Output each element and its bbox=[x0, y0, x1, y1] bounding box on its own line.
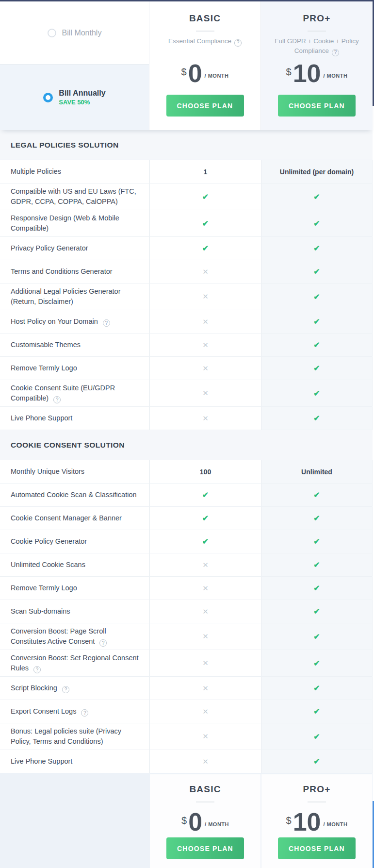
footer-spacer bbox=[0, 773, 149, 868]
feature-label: Remove Termly Logo bbox=[0, 577, 149, 600]
help-icon[interactable]: ? bbox=[53, 396, 61, 403]
help-icon[interactable]: ? bbox=[234, 39, 242, 47]
pro-cell: ✔ bbox=[261, 553, 373, 576]
check-icon: ✔ bbox=[313, 292, 320, 301]
radio-selected-icon[interactable] bbox=[43, 93, 53, 102]
cross-icon: ✕ bbox=[202, 292, 209, 301]
help-icon[interactable]: ? bbox=[332, 49, 339, 56]
check-icon: ✔ bbox=[313, 757, 320, 766]
table-row: Terms and Conditions Generator✕✔ bbox=[0, 260, 373, 284]
cross-icon: ✕ bbox=[202, 607, 209, 616]
price-period: / MONTH bbox=[324, 73, 348, 79]
feature-label: Cookie Policy Generator bbox=[0, 530, 149, 553]
feature-label-text: Remove Termly Logo bbox=[11, 363, 77, 373]
feature-label: Unlimited Cookie Scans bbox=[0, 553, 149, 576]
cross-icon: ✕ bbox=[202, 584, 209, 593]
price-amount: 0 bbox=[188, 808, 202, 835]
table-row: Scan Sub-domains✕✔ bbox=[0, 600, 373, 623]
check-icon: ✔ bbox=[313, 192, 320, 201]
divider bbox=[196, 31, 214, 32]
bill-monthly-option[interactable]: Bill Monthly bbox=[0, 1, 149, 65]
radio-unselected-icon[interactable] bbox=[48, 29, 56, 37]
table-row: Monthly Unique Visitors100Unlimited bbox=[0, 460, 373, 484]
table-row: Bonus: Legal policies suite (Privacy Pol… bbox=[0, 723, 373, 750]
choose-plan-button-pro-footer[interactable]: CHOOSE PLAN bbox=[278, 837, 356, 859]
pricing-footer: BASIC $ 0 / MONTH CHOOSE PLAN PRO+ $ 10 … bbox=[0, 773, 373, 868]
help-icon[interactable]: ? bbox=[81, 709, 88, 717]
feature-label: Compatible with US and EU Laws (FTC, GDP… bbox=[0, 184, 149, 210]
check-icon: ✔ bbox=[202, 192, 209, 201]
bill-annually-option[interactable]: Bill Annually SAVE 50% bbox=[0, 65, 149, 130]
choose-plan-button-basic[interactable]: CHOOSE PLAN bbox=[166, 95, 244, 117]
plan-head-pro: PRO+ Full GDPR + Cookie + Policy Complia… bbox=[261, 1, 373, 130]
help-icon[interactable]: ? bbox=[99, 639, 107, 647]
pro-cell: ✔ bbox=[261, 237, 373, 260]
feature-label: Terms and Conditions Generator bbox=[0, 260, 149, 283]
top-navy-bar bbox=[0, 0, 374, 1]
feature-label: Responsive Design (Web & Mobile Compatib… bbox=[0, 210, 149, 236]
feature-label-text: Cookie Consent Suite (EU/GDPR Compatible… bbox=[11, 383, 140, 403]
section-header: LEGAL POLICIES SOLUTION bbox=[0, 130, 373, 160]
feature-value: 100 bbox=[196, 468, 215, 476]
basic-cell: ✕ bbox=[149, 750, 261, 773]
table-row: Export Consent Logs ?✕✔ bbox=[0, 700, 373, 723]
feature-table: LEGAL POLICIES SOLUTIONMultiple Policies… bbox=[0, 130, 374, 773]
basic-cell: 100 bbox=[149, 460, 261, 483]
cross-icon: ✕ bbox=[202, 707, 209, 716]
help-icon[interactable]: ? bbox=[62, 686, 69, 693]
table-row: Multiple Policies1Unlimited (per domain) bbox=[0, 160, 373, 184]
basic-cell: ✔ bbox=[149, 210, 261, 236]
pro-cell: ✔ bbox=[261, 677, 373, 700]
check-icon: ✔ bbox=[313, 560, 320, 569]
pro-cell: ✔ bbox=[261, 310, 373, 333]
basic-cell: ✔ bbox=[149, 484, 261, 506]
choose-plan-button-pro[interactable]: CHOOSE PLAN bbox=[278, 95, 356, 117]
plan-name: BASIC bbox=[189, 13, 221, 24]
plan-name: BASIC bbox=[189, 784, 221, 795]
currency-symbol: $ bbox=[286, 815, 292, 826]
table-row: Remove Termly Logo✕✔ bbox=[0, 357, 373, 380]
basic-cell: ✕ bbox=[149, 700, 261, 723]
plan-subtitle: Essential Compliance? bbox=[157, 36, 254, 57]
basic-cell: ✔ bbox=[149, 184, 261, 210]
feature-label: Customisable Themes bbox=[0, 334, 149, 356]
bill-annually-label: Bill Annually bbox=[59, 89, 105, 98]
feature-label-text: Automated Cookie Scan & Classification bbox=[11, 490, 137, 500]
check-icon: ✔ bbox=[313, 340, 320, 350]
feature-label: Conversion Boost: Set Regional Consent R… bbox=[0, 650, 149, 676]
table-row: Conversion Boost: Set Regional Consent R… bbox=[0, 650, 373, 677]
pro-cell: ✔ bbox=[261, 334, 373, 356]
check-icon: ✔ bbox=[313, 659, 320, 668]
feature-label: Export Consent Logs ? bbox=[0, 700, 149, 723]
table-row: Conversion Boost: Page Scroll Constitute… bbox=[0, 623, 373, 650]
currency-symbol: $ bbox=[181, 67, 187, 78]
pro-cell: ✔ bbox=[261, 184, 373, 210]
feature-label-text: Script Blocking ? bbox=[11, 683, 69, 693]
table-row: Additional Legal Policies Generator (Ret… bbox=[0, 284, 373, 310]
feature-label-text: Customisable Themes bbox=[11, 340, 81, 350]
pro-cell: ✔ bbox=[261, 484, 373, 506]
feature-label-text: Compatible with US and EU Laws (FTC, GDP… bbox=[11, 186, 140, 207]
check-icon: ✔ bbox=[313, 632, 320, 641]
basic-cell: ✔ bbox=[149, 530, 261, 553]
choose-plan-button-basic-footer[interactable]: CHOOSE PLAN bbox=[166, 837, 244, 859]
feature-label: Conversion Boost: Page Scroll Constitute… bbox=[0, 623, 149, 650]
check-icon: ✔ bbox=[313, 219, 320, 228]
price-period: / MONTH bbox=[205, 73, 229, 79]
feature-label-text: Remove Termly Logo bbox=[11, 583, 77, 593]
basic-cell: 1 bbox=[149, 160, 261, 183]
bill-annually-text: Bill Annually SAVE 50% bbox=[59, 89, 105, 106]
check-icon: ✔ bbox=[313, 732, 320, 741]
price: $ 0 / MONTH bbox=[181, 808, 229, 835]
feature-label-text: Conversion Boost: Set Regional Consent R… bbox=[11, 653, 140, 673]
basic-cell: ✕ bbox=[149, 407, 261, 430]
help-icon[interactable]: ? bbox=[103, 319, 110, 327]
help-icon[interactable]: ? bbox=[33, 666, 41, 673]
section-header: COOKIE CONSENT SOLUTION bbox=[0, 430, 373, 460]
table-row: Cookie Consent Manager & Banner✔✔ bbox=[0, 507, 373, 530]
feature-label-text: Cookie Policy Generator bbox=[11, 536, 87, 547]
price-period: / MONTH bbox=[324, 821, 348, 827]
plan-card-basic: BASIC $ 0 / MONTH CHOOSE PLAN bbox=[150, 774, 260, 868]
table-row: Cookie Policy Generator✔✔ bbox=[0, 530, 373, 553]
feature-label-text: Multiple Policies bbox=[11, 167, 61, 177]
